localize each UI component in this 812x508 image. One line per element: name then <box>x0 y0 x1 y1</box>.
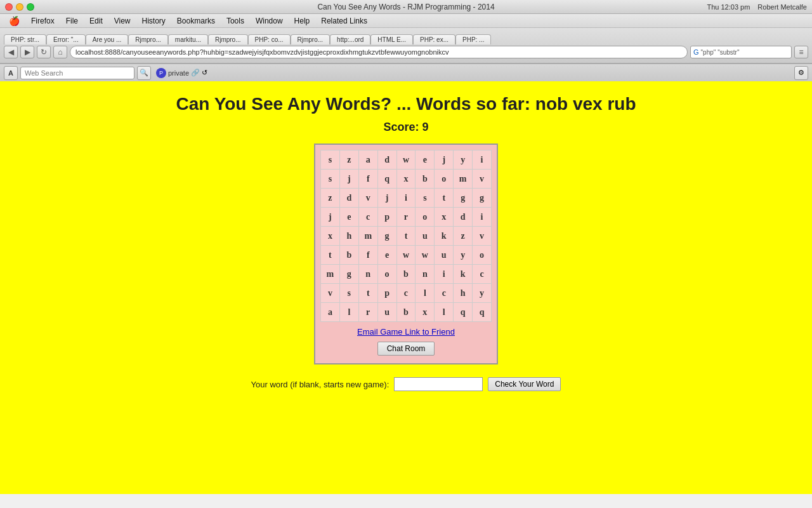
grid-cell-0-5[interactable]: e <box>416 150 435 170</box>
grid-cell-4-2[interactable]: m <box>358 227 377 246</box>
grid-cell-6-6[interactable]: i <box>435 265 454 284</box>
grid-cell-5-0[interactable]: t <box>321 246 340 265</box>
grid-cell-8-5[interactable]: x <box>416 303 435 322</box>
grid-cell-4-4[interactable]: t <box>396 227 416 246</box>
grid-cell-1-4[interactable]: x <box>396 170 416 189</box>
grid-cell-4-8[interactable]: v <box>473 227 492 246</box>
grid-cell-6-8[interactable]: c <box>473 265 492 284</box>
close-button[interactable] <box>5 3 13 11</box>
grid-cell-5-2[interactable]: f <box>358 246 377 265</box>
menu-button[interactable]: ≡ <box>794 46 808 58</box>
grid-cell-8-0[interactable]: a <box>321 303 340 322</box>
web-search-input[interactable] <box>20 67 134 79</box>
grid-cell-6-0[interactable]: m <box>321 265 340 284</box>
back-button[interactable]: ◀ <box>4 46 18 58</box>
grid-cell-2-4[interactable]: i <box>396 189 416 208</box>
tab-11[interactable]: PHP: ... <box>455 34 491 44</box>
grid-cell-7-1[interactable]: s <box>339 284 358 303</box>
grid-cell-0-4[interactable]: w <box>396 150 416 170</box>
grid-cell-3-5[interactable]: o <box>416 208 435 227</box>
menu-firefox[interactable]: Firefox <box>26 15 60 27</box>
menu-view[interactable]: View <box>109 15 136 27</box>
grid-cell-6-4[interactable]: b <box>396 265 416 284</box>
grid-cell-2-2[interactable]: v <box>358 189 377 208</box>
grid-cell-1-6[interactable]: o <box>435 170 454 189</box>
grid-cell-8-4[interactable]: b <box>396 303 416 322</box>
grid-cell-1-2[interactable]: f <box>358 170 377 189</box>
tab-2[interactable]: Are you ... <box>86 34 129 44</box>
grid-cell-8-7[interactable]: q <box>454 303 473 322</box>
grid-cell-8-6[interactable]: l <box>435 303 454 322</box>
menu-file[interactable]: File <box>61 15 83 27</box>
minimize-button[interactable] <box>16 3 23 11</box>
tab-7[interactable]: Rjmpro... <box>291 34 331 44</box>
grid-cell-2-7[interactable]: g <box>454 189 473 208</box>
forward-button[interactable]: ▶ <box>20 46 34 58</box>
maximize-button[interactable] <box>27 3 34 11</box>
tab-4[interactable]: markitu... <box>168 34 208 44</box>
grid-cell-3-3[interactable]: p <box>377 208 396 227</box>
grid-cell-1-3[interactable]: q <box>377 170 396 189</box>
grid-cell-4-5[interactable]: u <box>416 227 435 246</box>
grid-cell-5-7[interactable]: y <box>454 246 473 265</box>
url-bar[interactable] <box>70 46 688 58</box>
grid-cell-6-7[interactable]: k <box>454 265 473 284</box>
grid-cell-5-8[interactable]: o <box>473 246 492 265</box>
grid-cell-2-1[interactable]: d <box>339 189 358 208</box>
grid-cell-2-8[interactable]: g <box>473 189 492 208</box>
menu-edit[interactable]: Edit <box>84 15 108 27</box>
grid-cell-5-6[interactable]: u <box>435 246 454 265</box>
grid-cell-8-8[interactable]: q <box>473 303 492 322</box>
search-submit-icon[interactable]: 🔍 <box>137 66 151 80</box>
tab-1[interactable]: Error: "... <box>46 34 86 44</box>
grid-cell-3-1[interactable]: e <box>339 208 358 227</box>
grid-cell-0-6[interactable]: j <box>435 150 454 170</box>
grid-cell-8-2[interactable]: r <box>358 303 377 322</box>
refresh-icon[interactable]: ↺ <box>202 69 207 77</box>
email-link[interactable]: Email Game Link to Friend <box>320 322 492 339</box>
menu-related-links[interactable]: Related Links <box>316 15 372 27</box>
grid-cell-5-3[interactable]: e <box>377 246 396 265</box>
grid-cell-1-5[interactable]: b <box>416 170 435 189</box>
grid-cell-7-7[interactable]: h <box>454 284 473 303</box>
tab-6[interactable]: PHP: co... <box>248 34 291 44</box>
grid-cell-4-3[interactable]: g <box>377 227 396 246</box>
apple-menu[interactable]: 🍎 <box>4 16 25 26</box>
addon-icon-a[interactable]: A <box>4 66 18 80</box>
grid-cell-2-5[interactable]: s <box>416 189 435 208</box>
home-button[interactable]: ⌂ <box>53 46 67 58</box>
grid-cell-2-0[interactable]: z <box>321 189 340 208</box>
menu-bookmarks[interactable]: Bookmarks <box>172 15 220 27</box>
tab-3[interactable]: Rjmpro... <box>128 34 168 44</box>
grid-cell-3-0[interactable]: j <box>321 208 340 227</box>
grid-cell-3-6[interactable]: x <box>435 208 454 227</box>
menu-window[interactable]: Window <box>251 15 288 27</box>
check-word-button[interactable]: Check Your Word <box>488 377 561 391</box>
grid-cell-5-1[interactable]: b <box>339 246 358 265</box>
grid-cell-2-3[interactable]: j <box>377 189 396 208</box>
chat-room-button[interactable]: Chat Room <box>377 342 435 356</box>
tab-10[interactable]: PHP: ex... <box>413 34 455 44</box>
grid-cell-0-8[interactable]: i <box>473 150 492 170</box>
grid-cell-5-4[interactable]: w <box>396 246 416 265</box>
grid-cell-1-8[interactable]: v <box>473 170 492 189</box>
tab-8[interactable]: http:...ord <box>330 34 370 44</box>
grid-cell-6-1[interactable]: g <box>339 265 358 284</box>
grid-cell-7-8[interactable]: y <box>473 284 492 303</box>
grid-cell-0-3[interactable]: d <box>377 150 396 170</box>
search-bar[interactable]: G "php" "substr" <box>690 46 792 58</box>
grid-cell-0-2[interactable]: a <box>358 150 377 170</box>
tab-5[interactable]: Rjmpro... <box>208 34 248 44</box>
grid-cell-0-1[interactable]: z <box>339 150 358 170</box>
grid-cell-8-3[interactable]: u <box>377 303 396 322</box>
grid-cell-4-7[interactable]: z <box>454 227 473 246</box>
word-input[interactable] <box>394 377 483 391</box>
refresh-button[interactable]: ↻ <box>37 46 51 58</box>
grid-cell-2-6[interactable]: t <box>435 189 454 208</box>
grid-cell-3-4[interactable]: r <box>396 208 416 227</box>
grid-cell-8-1[interactable]: l <box>339 303 358 322</box>
grid-cell-6-3[interactable]: o <box>377 265 396 284</box>
grid-cell-7-4[interactable]: c <box>396 284 416 303</box>
grid-cell-4-6[interactable]: k <box>435 227 454 246</box>
grid-cell-0-7[interactable]: y <box>454 150 473 170</box>
